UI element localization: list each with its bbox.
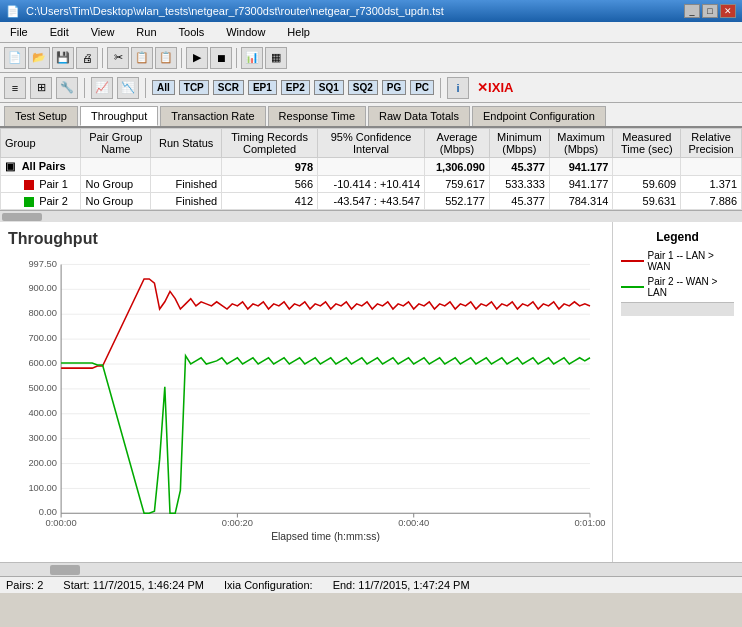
legend-item-pair1: Pair 1 -- LAN > WAN: [621, 250, 734, 272]
all-pairs-pair-group: [81, 158, 151, 176]
new-button[interactable]: 📄: [4, 47, 26, 69]
sep3: [236, 48, 237, 68]
menu-window[interactable]: Window: [220, 24, 271, 40]
paste-button[interactable]: 📋: [155, 47, 177, 69]
tb-btn5[interactable]: 📉: [117, 77, 139, 99]
svg-text:0:00:00: 0:00:00: [46, 518, 77, 528]
main-content: Throughput Mbps 997.50 900.00 800.00 700…: [0, 222, 742, 562]
sq2-badge[interactable]: SQ2: [348, 80, 378, 95]
legend-panel: Legend Pair 1 -- LAN > WAN Pair 2 -- WAN…: [612, 222, 742, 562]
menu-file[interactable]: File: [4, 24, 34, 40]
svg-text:500.00: 500.00: [28, 383, 57, 393]
sep6: [440, 78, 441, 98]
col-pair-group-name: Pair GroupName: [81, 129, 151, 158]
legend-item-pair2: Pair 2 -- WAN > LAN: [621, 276, 734, 298]
all-pairs-average: 1,306.090: [425, 158, 490, 176]
tab-throughput[interactable]: Throughput: [80, 106, 158, 126]
tab-raw-data[interactable]: Raw Data Totals: [368, 106, 470, 126]
col-measured: MeasuredTime (sec): [613, 129, 681, 158]
legend-scrollbar[interactable]: [621, 302, 734, 316]
tab-response-time[interactable]: Response Time: [268, 106, 366, 126]
tab-endpoint-config[interactable]: Endpoint Configuration: [472, 106, 606, 126]
tab-transaction-rate[interactable]: Transaction Rate: [160, 106, 265, 126]
scrollbar-thumb[interactable]: [2, 213, 42, 221]
results-table-container: Group Pair GroupName Run Status Timing R…: [0, 128, 742, 222]
all-pairs-confidence: [318, 158, 425, 176]
run-button[interactable]: ▶: [186, 47, 208, 69]
toolbar-row1: 📄 📂 💾 🖨 ✂ 📋 📋 ▶ ⏹ 📊 ▦: [0, 43, 742, 73]
table-button[interactable]: ▦: [265, 47, 287, 69]
pair2-run-status: Finished: [151, 193, 222, 210]
all-pairs-measured: [613, 158, 681, 176]
chart-hscrollbar[interactable]: [0, 562, 742, 576]
sq1-badge[interactable]: SQ1: [314, 80, 344, 95]
svg-text:900.00: 900.00: [28, 284, 57, 294]
all-pairs-maximum: 941.177: [549, 158, 612, 176]
pair1-group: Pair 1: [1, 176, 81, 193]
svg-text:200.00: 200.00: [28, 458, 57, 468]
info-button[interactable]: i: [447, 77, 469, 99]
results-table: Group Pair GroupName Run Status Timing R…: [0, 128, 742, 210]
chart-title: Throughput: [8, 230, 612, 248]
pc-badge[interactable]: PC: [410, 80, 434, 95]
menu-tools[interactable]: Tools: [173, 24, 211, 40]
svg-text:0.00: 0.00: [39, 508, 57, 518]
status-end: End: 11/7/2015, 1:47:24 PM: [333, 579, 470, 591]
legend-line-pair2: [621, 286, 644, 288]
print-button[interactable]: 🖨: [76, 47, 98, 69]
all-pairs-records: 978: [222, 158, 318, 176]
open-button[interactable]: 📂: [28, 47, 50, 69]
ep2-badge[interactable]: EP2: [281, 80, 310, 95]
svg-text:700.00: 700.00: [28, 333, 57, 343]
svg-text:0:00:20: 0:00:20: [222, 518, 253, 528]
pair2-confidence: -43.547 : +43.547: [318, 193, 425, 210]
chart-scrollbar-thumb[interactable]: [50, 565, 80, 575]
app-icon: 📄: [6, 5, 20, 18]
pg-badge[interactable]: PG: [382, 80, 406, 95]
pair2-maximum: 784.314: [549, 193, 612, 210]
pair1-confidence: -10.414 : +10.414: [318, 176, 425, 193]
menu-view[interactable]: View: [85, 24, 121, 40]
maximize-button[interactable]: □: [702, 4, 718, 18]
all-pairs-run-status: [151, 158, 222, 176]
pair2-color-dot: [24, 197, 34, 207]
menu-edit[interactable]: Edit: [44, 24, 75, 40]
save-button[interactable]: 💾: [52, 47, 74, 69]
all-badge[interactable]: All: [152, 80, 175, 95]
menu-bar: File Edit View Run Tools Window Help: [0, 22, 742, 43]
tb-btn2[interactable]: ⊞: [30, 77, 52, 99]
copy-button[interactable]: 📋: [131, 47, 153, 69]
sep1: [102, 48, 103, 68]
col-run-status: Run Status: [151, 129, 222, 158]
status-start: Start: 11/7/2015, 1:46:24 PM: [63, 579, 204, 591]
all-pairs-minimum: 45.377: [489, 158, 549, 176]
tb-btn4[interactable]: 📈: [91, 77, 113, 99]
ep1-badge[interactable]: EP1: [248, 80, 277, 95]
status-ixia-config: Ixia Configuration:: [224, 579, 313, 591]
table-scrollbar[interactable]: [0, 210, 742, 222]
tb-btn3[interactable]: 🔧: [56, 77, 78, 99]
pair2-records: 412: [222, 193, 318, 210]
row-pair1: Pair 1 No Group Finished 566 -10.414 : +…: [1, 176, 742, 193]
col-average: Average(Mbps): [425, 129, 490, 158]
tcp-badge[interactable]: TCP: [179, 80, 209, 95]
scr-badge[interactable]: SCR: [213, 80, 244, 95]
tab-test-setup[interactable]: Test Setup: [4, 106, 78, 126]
all-pairs-precision: [681, 158, 742, 176]
menu-run[interactable]: Run: [130, 24, 162, 40]
minimize-button[interactable]: _: [684, 4, 700, 18]
title-bar-controls: _ □ ✕: [684, 4, 736, 18]
pair2-group: Pair 2: [1, 193, 81, 210]
tb-btn1[interactable]: ≡: [4, 77, 26, 99]
status-bar: Pairs: 2 Start: 11/7/2015, 1:46:24 PM Ix…: [0, 576, 742, 593]
pair1-precision: 1.371: [681, 176, 742, 193]
stop-button[interactable]: ⏹: [210, 47, 232, 69]
row-pair2: Pair 2 No Group Finished 412 -43.547 : +…: [1, 193, 742, 210]
chart-area: Throughput Mbps 997.50 900.00 800.00 700…: [0, 222, 612, 562]
close-button[interactable]: ✕: [720, 4, 736, 18]
all-pairs-group: ▣ All Pairs: [1, 158, 81, 176]
sep5: [145, 78, 146, 98]
chart-button[interactable]: 📊: [241, 47, 263, 69]
menu-help[interactable]: Help: [281, 24, 316, 40]
cut-button[interactable]: ✂: [107, 47, 129, 69]
